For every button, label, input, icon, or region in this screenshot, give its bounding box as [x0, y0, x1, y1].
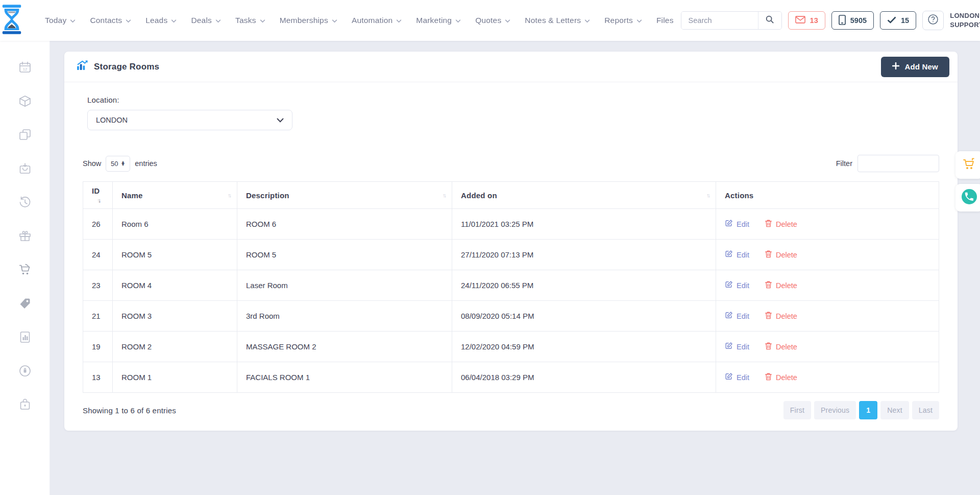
nav-item-tasks[interactable]: Tasks	[228, 16, 273, 25]
filter-input[interactable]	[857, 155, 939, 172]
phone-badge[interactable]: 5905	[831, 11, 874, 30]
chevron-down-icon	[636, 16, 642, 25]
edit-button[interactable]: Edit	[725, 280, 749, 290]
nav-item-memberships[interactable]: Memberships	[273, 16, 345, 25]
chevron-down-icon	[505, 16, 510, 25]
cell-id: 19	[83, 332, 113, 362]
add-new-button[interactable]: Add New	[881, 57, 949, 77]
edit-button[interactable]: Edit	[725, 311, 749, 321]
copy-icon[interactable]	[18, 128, 32, 142]
report-icon[interactable]	[18, 330, 32, 344]
location-select[interactable]: LONDON	[87, 110, 292, 130]
page-size-select[interactable]: 50 ▲▼	[106, 156, 130, 172]
edit-button[interactable]: Edit	[725, 250, 749, 260]
trash-icon	[765, 311, 772, 321]
cell-description: ROOM 5	[237, 240, 452, 270]
nav-item-today[interactable]: Today	[38, 16, 83, 25]
package-icon[interactable]	[18, 94, 32, 108]
cell-actions: EditDelete	[716, 270, 939, 301]
cell-added-on: 24/11/2020 06:55 PM	[452, 270, 716, 301]
nav-item-deals[interactable]: Deals	[184, 16, 228, 25]
lock-icon[interactable]	[18, 397, 32, 412]
delete-button[interactable]: Delete	[765, 372, 797, 382]
trash-icon	[765, 280, 772, 290]
chevron-down-icon	[584, 16, 590, 25]
chevron-down-icon	[126, 16, 131, 25]
cell-id: 24	[83, 240, 113, 270]
pagination-last[interactable]: Last	[912, 401, 939, 419]
nav-item-contacts[interactable]: Contacts	[83, 16, 138, 25]
chevron-down-icon	[455, 16, 461, 25]
delete-button[interactable]: Delete	[765, 250, 797, 260]
messages-badge[interactable]: 13	[788, 11, 825, 30]
table-row: 26Room 6ROOM 611/01/2021 03:25 PMEditDel…	[83, 209, 939, 240]
svg-text:12: 12	[22, 67, 27, 72]
calendar-icon[interactable]: 12	[18, 60, 32, 75]
edit-button[interactable]: Edit	[725, 372, 749, 382]
search-input[interactable]	[681, 12, 758, 29]
cell-added-on: 27/11/2020 07:13 PM	[452, 240, 716, 270]
history-icon[interactable]	[18, 195, 32, 209]
nav-item-reports[interactable]: Reports	[597, 16, 649, 25]
page-title: Storage Rooms	[77, 60, 159, 73]
nav-item-leads[interactable]: Leads	[138, 16, 184, 25]
cell-name: ROOM 5	[113, 240, 237, 270]
edit-icon	[725, 219, 733, 229]
nav-item-files[interactable]: Files	[649, 16, 681, 25]
edit-icon	[725, 342, 733, 351]
shopping-bag-icon[interactable]	[18, 161, 32, 176]
column-header-id[interactable]: ID ↑↓	[83, 182, 113, 209]
delete-button[interactable]: Delete	[765, 219, 797, 229]
cell-id: 26	[83, 209, 113, 240]
delete-button[interactable]: Delete	[765, 342, 797, 351]
column-header-description[interactable]: Description ↑↓	[237, 182, 452, 209]
help-button[interactable]	[922, 11, 944, 30]
gift-icon[interactable]	[18, 229, 32, 243]
column-header-actions: Actions	[716, 182, 939, 209]
edit-icon	[725, 311, 733, 321]
topbar: TodayContactsLeadsDealsTasksMembershipsA…	[0, 0, 980, 41]
hourglass-logo-icon	[0, 5, 23, 36]
search-icon	[765, 15, 774, 26]
cell-actions: EditDelete	[716, 240, 939, 270]
tag-icon[interactable]	[18, 296, 32, 311]
cart-icon[interactable]	[18, 263, 32, 277]
column-header-added-on[interactable]: Added on ↑↓	[452, 182, 716, 209]
pagination-first[interactable]: First	[783, 401, 811, 419]
nav-item-automation[interactable]: Automation	[345, 16, 409, 25]
table-footer: Showing 1 to 6 of 6 entries First Previo…	[83, 401, 939, 419]
trash-icon	[765, 219, 772, 229]
pagination-next[interactable]: Next	[880, 401, 909, 419]
whatsapp-float-button[interactable]	[955, 184, 980, 211]
sidebar: 12	[0, 41, 50, 495]
pagination-previous[interactable]: Previous	[814, 401, 856, 419]
column-header-name[interactable]: Name ↑↓	[113, 182, 237, 209]
pagination-page-1[interactable]: 1	[859, 401, 877, 419]
main-content: Storage Rooms Add New Location: LONDON	[50, 41, 980, 495]
entries-summary: Showing 1 to 6 of 6 entries	[83, 406, 176, 415]
cell-name: Room 6	[113, 209, 237, 240]
chevron-down-icon	[260, 16, 265, 25]
cart-float-button[interactable]	[955, 151, 980, 179]
tasks-badge[interactable]: 15	[880, 11, 916, 30]
phone-number: 5905	[850, 16, 867, 25]
cell-name: ROOM 3	[113, 301, 237, 332]
edit-button[interactable]: Edit	[725, 342, 749, 351]
cell-id: 13	[83, 362, 113, 393]
sort-icon: ↑↓	[706, 192, 710, 198]
delete-button[interactable]: Delete	[765, 311, 797, 321]
search-button[interactable]	[758, 12, 781, 29]
table-row: 19ROOM 2MASSAGE ROOM 212/02/2020 04:59 P…	[83, 332, 939, 362]
delete-button[interactable]: Delete	[765, 280, 797, 290]
cell-name: ROOM 4	[113, 270, 237, 301]
edit-button[interactable]: Edit	[725, 219, 749, 229]
chevron-down-icon	[332, 16, 337, 25]
nav-item-marketing[interactable]: Marketing	[409, 16, 468, 25]
cell-added-on: 11/01/2021 03:25 PM	[452, 209, 716, 240]
nav-item-quotes[interactable]: Quotes	[468, 16, 518, 25]
nav-item-notes-letters[interactable]: Notes & Letters	[518, 16, 597, 25]
sort-icon: ↑↓	[228, 192, 232, 198]
user-circle-icon[interactable]	[18, 364, 32, 378]
cell-actions: EditDelete	[716, 362, 939, 393]
app-logo[interactable]	[0, 5, 23, 36]
